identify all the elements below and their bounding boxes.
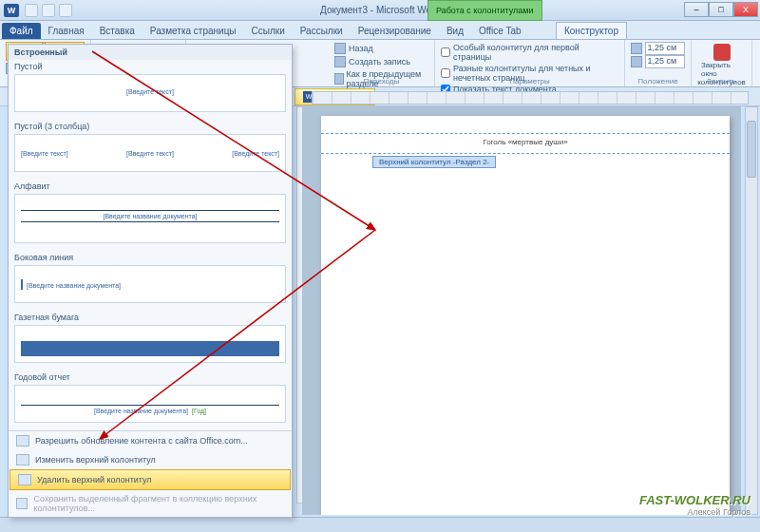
- menu-delete-header[interactable]: Удалить верхний колонтитул: [10, 469, 291, 490]
- header-bottom-spin[interactable]: 1,25 см: [631, 55, 685, 68]
- check-first-page-label: Особый колонтитул для первой страницы: [453, 43, 618, 62]
- tab-review[interactable]: Рецензирование: [351, 23, 439, 39]
- gallery-item-blank-3col[interactable]: Пустой (3 столбца) [Введите текст] [Введ…: [9, 120, 292, 180]
- group-close-label: Закрыть: [692, 77, 751, 86]
- gallery-3col-ph3: [Введите текст]: [232, 150, 279, 157]
- gallery-item-blank-label: Пустой: [14, 62, 286, 71]
- gallery-menu: Разрешить обновление контента с сайта Of…: [9, 430, 292, 517]
- menu-save-label: Сохранить выделенный фрагмент в коллекци…: [33, 494, 284, 513]
- gallery-newspaper-label: Газетная бумага: [14, 313, 286, 322]
- gallery-item-annual[interactable]: Годовой отчет [Введите название документ…: [9, 370, 292, 430]
- menu-delete-label: Удалить верхний колонтитул: [37, 475, 152, 484]
- word-app-icon: W: [4, 4, 19, 17]
- tab-view[interactable]: Вид: [439, 23, 471, 39]
- menu-edit-header[interactable]: Изменить верхний колонтитул: [9, 450, 292, 469]
- nav-back-button[interactable]: Назад: [334, 42, 428, 55]
- globe-icon: [16, 435, 29, 446]
- tab-mailings[interactable]: Рассылки: [293, 23, 351, 39]
- tab-office-tab[interactable]: Office Tab: [471, 23, 529, 39]
- margin-top-icon: [631, 43, 642, 54]
- close-x-icon: [713, 44, 731, 61]
- contextual-tab-header-tools: Работа с колонтитулами: [428, 0, 542, 21]
- gallery-item-blank[interactable]: Пустой [Введите текст]: [9, 60, 292, 120]
- quick-access-toolbar: [25, 4, 72, 17]
- header-top-value[interactable]: 1,25 см: [645, 42, 685, 55]
- qat-redo-icon[interactable]: [59, 4, 72, 17]
- nav-record-button[interactable]: Создать запись: [334, 55, 428, 68]
- document-area[interactable]: Гоголь «мертвые души» Верхний колонтитул…: [302, 106, 741, 515]
- gallery-item-alphabet[interactable]: Алфавит [Введите название документа]: [9, 180, 292, 251]
- document-title: Документ3 - Microsoft Word: [320, 5, 440, 15]
- check-first-page[interactable]: Особый колонтитул для первой страницы: [441, 42, 618, 63]
- maximize-button[interactable]: □: [709, 2, 733, 17]
- gallery-item-blank3-label: Пустой (3 столбца): [14, 122, 286, 131]
- title-bar: W Документ3 - Microsoft Word Работа с ко…: [0, 0, 760, 21]
- gallery-alphabet-label: Алфавит: [14, 181, 286, 191]
- gallery-item-sideline[interactable]: Боковая линия [Введите название документ…: [9, 251, 292, 311]
- nav-record-label: Создать запись: [349, 57, 410, 66]
- menu-edit-label: Изменить верхний колонтитул: [35, 455, 156, 465]
- tab-page-layout[interactable]: Разметка страницы: [142, 23, 244, 39]
- qat-undo-icon[interactable]: [42, 4, 55, 17]
- gallery-item-newspaper[interactable]: Газетная бумага: [9, 311, 292, 370]
- gallery-annual-year: [Год]: [192, 408, 206, 414]
- watermark-sub: Алексей Горлов: [639, 507, 750, 517]
- header-text[interactable]: Гоголь «мертвые души»: [321, 134, 730, 146]
- status-bar: [0, 517, 760, 532]
- scrollbar-thumb[interactable]: [747, 121, 756, 178]
- close-button[interactable]: X: [733, 2, 758, 17]
- menu-office-update[interactable]: Разрешить обновление контента с сайта Of…: [9, 431, 292, 450]
- tab-insert[interactable]: Вставка: [92, 23, 142, 39]
- page[interactable]: Гоголь «мертвые души» Верхний колонтитул…: [321, 116, 730, 515]
- gallery-section-builtin: Встроенный: [9, 45, 292, 60]
- gallery-3col-ph1: [Введите текст]: [21, 150, 68, 157]
- watermark: FAST-WOLKER.RU Алексей Горлов: [639, 493, 750, 517]
- tab-references[interactable]: Ссылки: [244, 23, 293, 39]
- header-bottom-value[interactable]: 1,25 см: [645, 55, 685, 68]
- edit-icon: [16, 454, 29, 466]
- back-icon: [334, 43, 346, 54]
- tab-file[interactable]: Файл: [2, 23, 41, 39]
- ribbon-tabs: Файл Главная Вставка Разметка страницы С…: [0, 21, 760, 40]
- group-position-label: Положение: [625, 77, 691, 86]
- gallery-alphabet-ph: [Введите название документа]: [21, 213, 279, 219]
- qat-save-icon[interactable]: [25, 4, 38, 17]
- header-gallery-dropdown: Встроенный Пустой [Введите текст] Пустой…: [8, 44, 293, 518]
- record-icon: [334, 56, 346, 67]
- group-options-label: Параметры: [435, 77, 624, 86]
- margin-bottom-icon: [631, 56, 642, 67]
- close-label-1: Закрыть окно: [701, 61, 742, 78]
- delete-icon: [18, 474, 31, 485]
- tab-home[interactable]: Главная: [41, 23, 92, 39]
- header-zone[interactable]: Гоголь «мертвые души»: [321, 133, 730, 154]
- nav-back-label: Назад: [349, 44, 373, 53]
- tab-design[interactable]: Конструктор: [556, 22, 627, 39]
- save-icon: [16, 498, 28, 509]
- gallery-blank-placeholder: [Введите текст]: [21, 88, 279, 95]
- gallery-3col-ph2: [Введите текст]: [126, 150, 174, 157]
- menu-save-selection: Сохранить выделенный фрагмент в коллекци…: [9, 490, 292, 517]
- group-nav-label: Переходы: [329, 77, 434, 86]
- watermark-main: FAST-WOLKER.RU: [639, 493, 750, 507]
- menu-office-label: Разрешить обновление контента с сайта Of…: [35, 436, 248, 446]
- gallery-annual-label: Годовой отчет: [14, 372, 286, 382]
- vertical-scrollbar[interactable]: [745, 106, 758, 515]
- header-top-spin[interactable]: 1,25 см: [631, 42, 685, 55]
- gallery-annual-ph: [Введите название документа]: [94, 408, 188, 414]
- gallery-sideline-ph: [Введите название документа]: [27, 282, 121, 289]
- check-first-page-box[interactable]: [441, 48, 450, 57]
- header-section-tag: Верхний колонтитул -Раздел 2-: [372, 156, 496, 168]
- window-buttons: – □ X: [684, 2, 758, 17]
- horizontal-ruler[interactable]: [312, 91, 749, 104]
- gallery-sideline-label: Боковая линия: [14, 253, 286, 262]
- minimize-button[interactable]: –: [684, 2, 709, 17]
